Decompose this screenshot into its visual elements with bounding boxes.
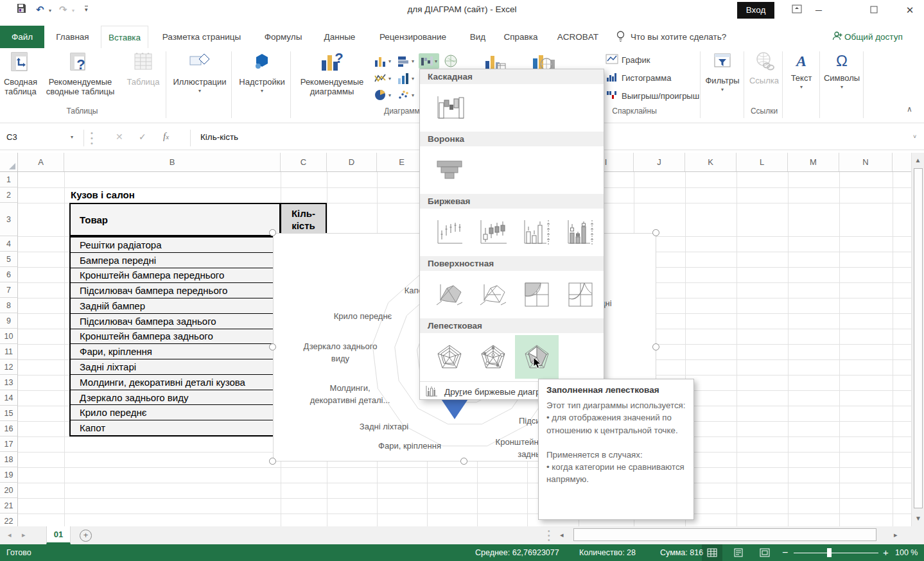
- tab-view[interactable]: Вид: [465, 26, 491, 48]
- row-header-19[interactable]: 19: [0, 467, 18, 483]
- insert-line-chart-button[interactable]: ▾: [372, 71, 393, 85]
- sheet-tab-01[interactable]: 01: [46, 526, 71, 544]
- addins-button[interactable]: Надстройки ▾: [234, 51, 290, 94]
- zoom-slider-track[interactable]: [794, 553, 878, 553]
- table-row[interactable]: Фари, кріплення: [71, 344, 279, 359]
- undo-dropdown-icon[interactable]: ▾: [49, 8, 51, 13]
- tab-data[interactable]: Данные: [318, 26, 361, 48]
- illustrations-button[interactable]: Иллюстрации ▾: [170, 51, 230, 94]
- hscroll-right-icon[interactable]: ▸: [894, 531, 898, 539]
- row-header-6[interactable]: 6: [0, 267, 18, 282]
- tell-me-box[interactable]: Что вы хотите сделать?: [631, 26, 759, 48]
- tab-formulas[interactable]: Формулы: [256, 26, 311, 48]
- row-header-2[interactable]: 2: [0, 187, 18, 203]
- status-count[interactable]: Количество: 28: [579, 544, 636, 561]
- new-sheet-button[interactable]: +: [80, 530, 92, 542]
- sheet-nav-next-icon[interactable]: ▸: [22, 531, 26, 539]
- symbols-button[interactable]: Ω Символы ▾: [822, 51, 862, 90]
- zoom-out-button[interactable]: −: [782, 544, 788, 561]
- zoom-in-button[interactable]: +: [883, 544, 889, 561]
- save-icon[interactable]: [15, 3, 27, 16]
- ribbon-display-options-icon[interactable]: [789, 3, 805, 17]
- menu-item-surface-3d[interactable]: [428, 273, 471, 316]
- row-header-10[interactable]: 10: [0, 329, 18, 344]
- table-row[interactable]: Решітки радіатора: [71, 237, 279, 253]
- table-row[interactable]: Кронштейн бампера переднього: [71, 268, 279, 284]
- table-row[interactable]: Бампера передні: [71, 253, 279, 268]
- menu-item-contour[interactable]: [515, 273, 559, 316]
- chart-handle-left-mid[interactable]: [269, 343, 276, 350]
- undo-button[interactable]: ↶: [36, 4, 44, 15]
- row-header-17[interactable]: 17: [0, 436, 18, 452]
- table-row[interactable]: Підсилювач бампера заднього: [71, 314, 279, 329]
- row-header-20[interactable]: 20: [0, 483, 18, 498]
- menu-item-stock-vohlc[interactable]: [559, 211, 602, 254]
- status-average[interactable]: Среднее: 62,76923077: [475, 544, 559, 561]
- row-header-18[interactable]: 18: [0, 452, 18, 467]
- table-row[interactable]: Капот: [71, 420, 279, 435]
- column-header-L[interactable]: L: [737, 153, 788, 171]
- table-row[interactable]: Молдинги, декоративні деталі кузова: [71, 375, 279, 390]
- close-button[interactable]: ✕: [902, 3, 918, 17]
- insert-function-icon[interactable]: fx: [163, 131, 169, 142]
- status-sum[interactable]: Сумма: 816: [660, 544, 703, 561]
- section-title-cell[interactable]: Кузов і салон: [71, 189, 135, 200]
- tab-insert[interactable]: Вставка: [101, 26, 148, 48]
- column-header-K[interactable]: K: [685, 153, 737, 171]
- insert-bar-chart-button[interactable]: ▾: [396, 53, 416, 69]
- menu-item-stock-ohlc[interactable]: [471, 211, 515, 254]
- menu-item-waterfall-chart[interactable]: [428, 86, 471, 130]
- select-all-corner[interactable]: [0, 153, 18, 171]
- chart-handle-top-left[interactable]: [269, 229, 276, 236]
- insert-column-chart-button[interactable]: ▾: [372, 53, 393, 69]
- chart-handle-bottom-mid[interactable]: [460, 458, 467, 465]
- view-page-break-button[interactable]: [754, 544, 775, 561]
- row-header-4[interactable]: 4: [0, 236, 18, 252]
- table-header-product[interactable]: Товар: [69, 203, 281, 236]
- tab-file[interactable]: Файл: [0, 26, 44, 48]
- filters-button[interactable]: Фильтры ▾: [704, 51, 741, 92]
- row-header-21[interactable]: 21: [0, 498, 18, 514]
- insert-scatter-chart-button[interactable]: ▾: [396, 88, 416, 102]
- menu-item-radar-markers[interactable]: [471, 335, 515, 379]
- recommended-pivots-button[interactable]: ? Рекомендуемые сводные таблицы: [40, 51, 121, 96]
- minimize-button[interactable]: ─: [810, 3, 827, 17]
- tab-help[interactable]: Справка: [498, 26, 543, 48]
- row-header-22[interactable]: 22: [0, 514, 18, 526]
- hscroll-thumb[interactable]: [573, 528, 876, 541]
- formula-bar-splitter-icon[interactable]: •••: [91, 130, 93, 146]
- customize-qat-icon[interactable]: ▾: [85, 6, 88, 13]
- column-header-B[interactable]: B: [64, 153, 281, 171]
- row-header-13[interactable]: 13: [0, 375, 18, 390]
- redo-dropdown-icon[interactable]: ▾: [72, 8, 74, 13]
- tab-page-layout[interactable]: Разметка страницы: [156, 26, 247, 48]
- insert-pie-chart-button[interactable]: ▾: [372, 88, 393, 102]
- column-header-A[interactable]: A: [18, 153, 64, 171]
- row-header-11[interactable]: 11: [0, 344, 18, 359]
- view-page-layout-button[interactable]: [728, 544, 749, 561]
- share-button[interactable]: Общий доступ: [844, 26, 912, 48]
- vscroll-down-icon[interactable]: ▼: [912, 515, 924, 522]
- vscroll-thumb[interactable]: [914, 168, 923, 508]
- menu-item-radar[interactable]: [428, 335, 471, 379]
- redo-button[interactable]: ↷: [59, 4, 67, 15]
- hscroll-left-icon[interactable]: ◂: [560, 531, 564, 539]
- row-header-3[interactable]: 3: [0, 203, 18, 236]
- menu-item-stock-vhlc[interactable]: [515, 211, 559, 254]
- chart-handle-bottom-left[interactable]: [269, 458, 276, 465]
- row-header-9[interactable]: 9: [0, 313, 18, 329]
- chart-handle-top-right[interactable]: [652, 229, 659, 236]
- insert-3d-column-chart-button[interactable]: ▾: [396, 71, 416, 85]
- sparkline-winloss-button[interactable]: Выигрыш/проигрыш: [606, 90, 699, 102]
- column-header-D[interactable]: D: [327, 153, 377, 171]
- menu-item-funnel-chart[interactable]: [428, 148, 471, 192]
- table-row[interactable]: Підсилювач бампера переднього: [71, 283, 279, 298]
- menu-item-wireframe-contour[interactable]: [559, 273, 602, 316]
- tab-review[interactable]: Рецензирование: [369, 26, 457, 48]
- selected-cell-qty-header[interactable]: Кіль- кість: [281, 203, 327, 236]
- row-header-15[interactable]: 15: [0, 406, 18, 421]
- menu-item-filled-radar[interactable]: [515, 335, 559, 379]
- sparkline-line-button[interactable]: График: [606, 54, 650, 66]
- row-header-12[interactable]: 12: [0, 359, 18, 375]
- vscroll-up-icon[interactable]: ▲: [912, 157, 924, 164]
